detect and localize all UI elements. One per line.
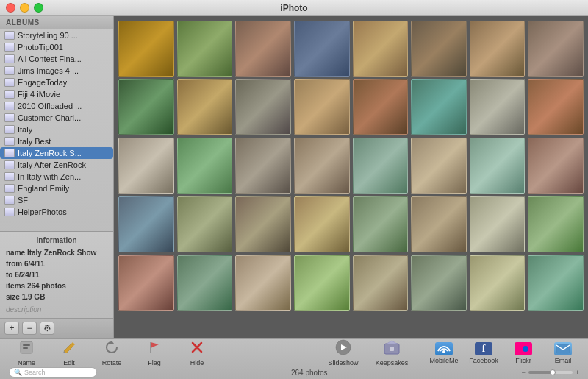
facebook-button[interactable]: f Facebook (465, 340, 503, 366)
info-items-label: items (6, 282, 25, 290)
album-item-16[interactable]: HelperPhotos (0, 206, 113, 218)
maximize-button[interactable] (34, 3, 43, 13)
album-item-7[interactable]: 2010 Offloaded ... (0, 100, 113, 112)
name-button[interactable]: Name (6, 340, 47, 366)
mobileme-icon (435, 342, 453, 355)
photo-thumb[interactable] (470, 138, 526, 194)
svg-point-12 (442, 350, 445, 353)
info-from-label: from (6, 260, 22, 268)
album-name: Jims Images 4 ... (18, 66, 79, 75)
zoom-thumb[interactable] (550, 369, 556, 375)
add-album-button[interactable]: + (4, 322, 19, 335)
album-icon (4, 54, 15, 63)
album-item-14[interactable]: England Emily (0, 183, 113, 194)
keepsakes-button[interactable]: Keepsakes (368, 340, 415, 366)
photo-thumb[interactable] (528, 138, 584, 194)
slideshow-icon (334, 339, 353, 358)
delete-album-button[interactable]: − (22, 322, 37, 335)
minimize-button[interactable] (20, 3, 29, 13)
action-album-button[interactable]: ⚙ (40, 322, 54, 335)
photo-thumb[interactable] (118, 21, 174, 77)
photo-thumb[interactable] (294, 255, 350, 311)
photo-thumb[interactable] (118, 79, 174, 135)
album-icon (4, 125, 15, 134)
album-item-8[interactable]: Customer Chari... (0, 112, 113, 124)
photo-thumb[interactable] (411, 21, 467, 77)
flag-button[interactable]: Flag (134, 340, 175, 366)
photo-thumb[interactable] (470, 21, 526, 77)
album-name: Storytelling 90 ... (18, 31, 78, 40)
photo-thumb[interactable] (177, 21, 233, 77)
zoom-plus-icon[interactable]: + (576, 369, 579, 376)
search-box[interactable]: 🔍 Search (9, 367, 97, 378)
flickr-button[interactable]: Flickr (504, 340, 542, 366)
zoom-minus-icon[interactable]: − (521, 369, 525, 376)
photo-thumb[interactable] (353, 255, 409, 311)
photo-thumb[interactable] (411, 196, 467, 252)
mobileme-button[interactable]: MobileMe (425, 340, 463, 366)
photo-thumb[interactable] (294, 138, 350, 194)
album-item-15[interactable]: SF (0, 194, 113, 206)
photo-thumb[interactable] (118, 255, 174, 311)
slideshow-button[interactable]: Slideshow (320, 340, 367, 366)
photo-thumb[interactable] (294, 21, 350, 77)
photo-thumb[interactable] (353, 138, 409, 194)
svg-rect-1 (23, 344, 30, 346)
album-name: EngageToday (18, 78, 67, 87)
album-item-13[interactable]: In Italy with Zen... (0, 171, 113, 183)
svg-point-14 (523, 346, 528, 352)
album-item-2[interactable]: PhotoTip001 (0, 41, 113, 53)
album-icon (4, 43, 15, 52)
album-item-5[interactable]: EngageToday (0, 77, 113, 88)
photo-thumb[interactable] (353, 21, 409, 77)
photo-thumb[interactable] (353, 196, 409, 252)
photo-thumb[interactable] (528, 79, 584, 135)
album-name: Italy After ZenRock (18, 160, 86, 169)
info-name-row: name Italy ZenRock Show (6, 247, 107, 258)
zoom-slider[interactable] (528, 371, 573, 374)
album-item-3[interactable]: All Contest Fina... (0, 53, 113, 65)
rotate-button[interactable]: Rotate (91, 340, 132, 366)
edit-button[interactable]: Edit (49, 340, 90, 366)
photo-thumb[interactable] (235, 196, 291, 252)
hide-button[interactable]: Hide (176, 340, 218, 366)
photo-thumb[interactable] (411, 138, 467, 194)
photo-thumb[interactable] (235, 255, 291, 311)
info-description[interactable]: description (6, 305, 107, 314)
photo-thumb[interactable] (528, 255, 584, 311)
photo-thumb[interactable] (528, 196, 584, 252)
album-item-1[interactable]: Storytelling 90 ... (0, 29, 113, 41)
album-item-6[interactable]: Fiji 4 iMovie (0, 88, 113, 100)
album-icon (4, 78, 15, 87)
photo-thumb[interactable] (177, 79, 233, 135)
photo-thumb[interactable] (353, 79, 409, 135)
photo-thumb[interactable] (177, 138, 233, 194)
photo-thumb[interactable] (235, 21, 291, 77)
album-icon (4, 90, 15, 99)
photo-thumb[interactable] (177, 196, 233, 252)
album-icon (4, 31, 15, 40)
photo-thumb[interactable] (411, 79, 467, 135)
photo-thumb[interactable] (294, 196, 350, 252)
album-item-4[interactable]: Jims Images 4 ... (0, 65, 113, 77)
photo-thumb[interactable] (528, 21, 584, 77)
album-item-11[interactable]: Italy ZenRock S... (0, 147, 113, 159)
photo-thumb[interactable] (235, 138, 291, 194)
album-item-9[interactable]: Italy (0, 124, 113, 135)
album-item-12[interactable]: Italy After ZenRock (0, 159, 113, 171)
close-button[interactable] (6, 3, 15, 13)
photo-thumb[interactable] (470, 79, 526, 135)
email-button[interactable]: Email (544, 340, 582, 366)
album-name: HelperPhotos (18, 208, 67, 216)
search-icon: 🔍 (14, 369, 22, 376)
photo-thumb[interactable] (235, 79, 291, 135)
photo-thumb[interactable] (118, 196, 174, 252)
photo-thumb[interactable] (118, 138, 174, 194)
photo-thumb[interactable] (470, 196, 526, 252)
zoom-control: − + (521, 369, 579, 376)
photo-thumb[interactable] (177, 255, 233, 311)
photo-thumb[interactable] (411, 255, 467, 311)
photo-thumb[interactable] (470, 255, 526, 311)
photo-thumb[interactable] (294, 79, 350, 135)
album-item-10[interactable]: Italy Best (0, 135, 113, 147)
